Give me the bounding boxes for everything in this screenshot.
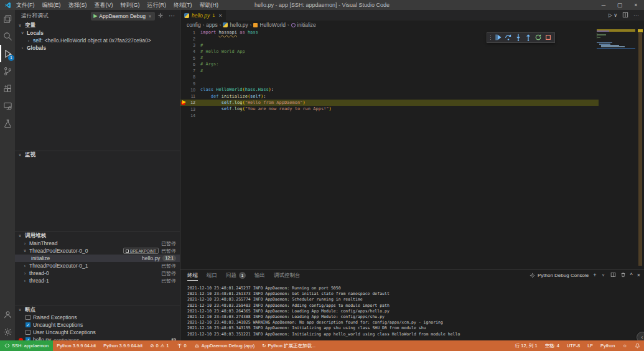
extension-loading-item[interactable]: ↻ Python 扩展正在加载... xyxy=(258,340,319,351)
sidebar-item-testing[interactable] xyxy=(0,115,15,132)
code-line[interactable]: 9 xyxy=(180,80,599,87)
panel-tab-端口[interactable]: 端口 xyxy=(207,269,217,281)
breakpoint-checkbox[interactable]: ✓ xyxy=(26,322,30,327)
language-mode-item[interactable]: Python xyxy=(597,340,618,351)
launch-config-dropdown[interactable]: ▶ AppDaemon Debug ∨ xyxy=(91,12,155,21)
settings-gear-icon[interactable] xyxy=(0,323,15,340)
menu-item[interactable]: 运行(R) xyxy=(144,2,170,8)
scope-row[interactable]: ∨Locals xyxy=(15,29,180,37)
run-python-file-icon[interactable]: ▷ ∨ xyxy=(609,12,617,18)
notifications-bell-icon[interactable] xyxy=(631,340,644,351)
thread-row[interactable]: ›thread-1已暂停 xyxy=(15,277,180,284)
more-actions-icon[interactable]: ··· xyxy=(166,12,177,19)
code-editor[interactable]: 1import hassapi as hass23#4# Hello World… xyxy=(180,29,644,269)
terminal-selector[interactable]: Python Debug Console xyxy=(530,273,589,278)
breadcrumb-item[interactable]: HelloWorld xyxy=(253,22,285,28)
glyph-margin[interactable] xyxy=(180,106,188,112)
breadcrumb-item[interactable]: config xyxy=(187,22,201,28)
thread-row[interactable]: ›MainThread已暂停 xyxy=(15,240,180,247)
tab-hello-py[interactable]: hello.py 1 × xyxy=(180,10,226,21)
code-line[interactable]: 11 def initialize(self): xyxy=(180,93,599,100)
breadcrumb[interactable]: config›apps›hello.py›HelloWorld›initiali… xyxy=(180,21,644,29)
menu-item[interactable]: 查看(V) xyxy=(91,2,117,8)
glyph-margin[interactable] xyxy=(180,29,188,35)
accounts-icon[interactable] xyxy=(0,306,15,323)
variable-row[interactable]: ›self:<hello.HelloWorld object at 0x7faa… xyxy=(15,37,180,44)
glyph-margin[interactable] xyxy=(180,42,188,49)
code-line[interactable]: 13 self.log("You are now ready to run Ap… xyxy=(180,106,599,112)
close-icon[interactable]: × xyxy=(628,0,644,10)
overview-ruler[interactable] xyxy=(636,29,644,269)
menu-item[interactable]: 选择(S) xyxy=(65,2,91,8)
exception-breakpoint-row[interactable]: User Uncaught Exceptions xyxy=(15,329,180,336)
continue-button[interactable] xyxy=(495,32,502,44)
call-stack-section-header[interactable]: ∨ 调用堆栈 xyxy=(15,232,180,240)
glyph-margin[interactable] xyxy=(180,93,188,100)
breakpoint-checkbox[interactable] xyxy=(26,315,30,320)
sidebar-item-run-and-debug[interactable]: 1 xyxy=(0,45,15,62)
glyph-margin[interactable] xyxy=(180,55,188,61)
code-line[interactable]: 6# Args: xyxy=(180,61,599,67)
python-interpreter-item-2[interactable]: Python 3.9.9 64-bit xyxy=(100,340,146,351)
close-icon[interactable]: × xyxy=(218,12,222,19)
code-line[interactable]: 10class HelloWorld(hass.Hass): xyxy=(180,87,599,93)
menu-item[interactable]: 帮助(H) xyxy=(196,2,223,8)
exception-breakpoint-row[interactable]: ✓Uncaught Exceptions xyxy=(15,321,180,329)
gear-icon[interactable] xyxy=(155,12,166,20)
more-actions-icon[interactable]: ··· xyxy=(633,12,639,19)
glyph-margin[interactable] xyxy=(180,87,188,93)
glyph-margin[interactable] xyxy=(180,35,188,42)
code-line[interactable]: 5# xyxy=(180,55,599,61)
ports-item[interactable]: 0 xyxy=(173,340,190,351)
stop-button[interactable] xyxy=(544,32,552,44)
kill-terminal-icon[interactable] xyxy=(620,272,626,279)
scope-row[interactable]: ›Globals xyxy=(15,44,180,52)
thread-row[interactable]: ∨ThreadPoolExecutor-0_0BREAKPOINT已暂停 xyxy=(15,247,180,255)
step-over-button[interactable] xyxy=(505,32,512,44)
eol-item[interactable]: LF xyxy=(584,340,597,351)
sidebar-item-source-control[interactable] xyxy=(0,62,15,80)
glyph-margin[interactable] xyxy=(180,68,188,74)
step-into-button[interactable] xyxy=(515,32,522,44)
glyph-margin[interactable] xyxy=(180,80,188,87)
panel-tab-输出[interactable]: 输出 xyxy=(254,269,265,281)
glyph-margin[interactable] xyxy=(180,61,188,67)
feedback-smiley-icon[interactable]: ☺ xyxy=(618,340,631,351)
minimap[interactable] xyxy=(597,29,635,54)
split-editor-icon[interactable] xyxy=(622,12,628,19)
menu-item[interactable]: 文件(F) xyxy=(12,2,39,8)
sidebar-item-extensions[interactable] xyxy=(0,80,15,97)
indentation-item[interactable]: 空格: 4 xyxy=(541,340,563,351)
breadcrumb-item[interactable]: hello.py xyxy=(223,22,248,28)
code-line[interactable]: 8 xyxy=(180,74,599,80)
sidebar-item-search[interactable] xyxy=(0,27,15,45)
drag-handle-icon[interactable] xyxy=(490,35,492,41)
maximize-panel-icon[interactable]: ^ xyxy=(630,272,633,278)
panel-tab-终端[interactable]: 终端 xyxy=(187,269,198,281)
python-interpreter-item[interactable]: Python 3.9.9 64-bit xyxy=(53,340,100,351)
thread-row[interactable]: ›thread-0已暂停 xyxy=(15,269,180,277)
start-debug-icon[interactable]: ▶ xyxy=(93,13,97,19)
remote-indicator[interactable]: SSH: appdaemon xyxy=(0,340,53,351)
maximize-icon[interactable]: ▢ xyxy=(612,0,628,10)
restart-button[interactable] xyxy=(534,32,542,44)
cursor-position-item[interactable]: 行 12, 列 1 xyxy=(511,340,541,351)
glyph-margin[interactable] xyxy=(180,49,188,55)
variables-section-header[interactable]: ∨ 变量 xyxy=(15,22,180,29)
panel-tab-问题[interactable]: 问题1 xyxy=(226,269,246,281)
code-line[interactable]: 7# xyxy=(180,68,599,74)
code-line[interactable]: 14 xyxy=(180,112,599,118)
breadcrumb-item[interactable]: initialize xyxy=(291,22,316,28)
close-panel-icon[interactable]: × xyxy=(637,272,640,278)
panel-tab-调试控制台[interactable]: 调试控制台 xyxy=(274,269,301,281)
glyph-margin[interactable] xyxy=(180,112,188,118)
minimize-icon[interactable]: ─ xyxy=(595,0,612,10)
thread-row[interactable]: ›ThreadPoolExecutor-0_1已暂停 xyxy=(15,262,180,269)
split-terminal-icon[interactable] xyxy=(610,272,616,279)
chevron-down-icon[interactable]: ∨ xyxy=(601,273,606,278)
sidebar-item-remote-explorer[interactable] xyxy=(0,97,15,115)
breadcrumb-item[interactable]: apps xyxy=(206,22,217,28)
breakpoint-checkbox[interactable] xyxy=(26,330,30,335)
step-out-button[interactable] xyxy=(525,32,532,44)
sidebar-item-explorer[interactable] xyxy=(0,10,15,27)
